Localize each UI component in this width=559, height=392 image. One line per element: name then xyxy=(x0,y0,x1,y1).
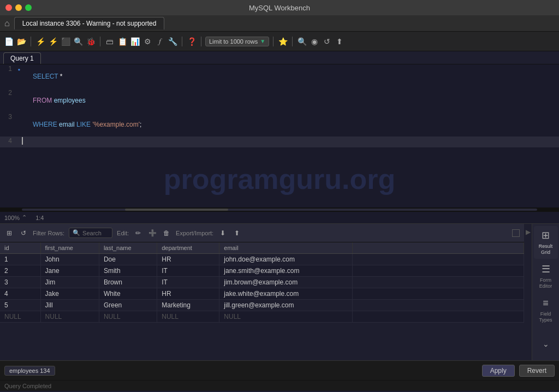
cell-5-2: NULL xyxy=(99,311,157,323)
col-header-department: department xyxy=(157,242,219,254)
field-types-panel-btn[interactable]: ≡ FieldTypes xyxy=(534,294,558,326)
table-row[interactable]: 5JillGreenMarketingjill.green@example.co… xyxy=(0,300,524,311)
cell-2-2: Brown xyxy=(99,277,157,288)
line-dot-1: ● xyxy=(16,67,22,72)
cell-0-4: john.doe@example.com xyxy=(219,254,353,265)
view-icon[interactable]: 📊 xyxy=(129,36,140,47)
toggle-icon[interactable]: ◉ xyxy=(309,36,320,47)
query-tab-1[interactable]: Query 1 xyxy=(3,52,41,64)
cell-4-3: Marketing xyxy=(157,300,219,311)
cell-5-0: NULL xyxy=(0,311,40,323)
line-code-4 xyxy=(22,137,559,145)
cell-3-2: White xyxy=(99,288,157,300)
toolbar-sep-6 xyxy=(292,37,293,46)
line-code-3: WHERE email LIKE '%example.com'; xyxy=(22,113,559,136)
import-icon[interactable]: ⬆ xyxy=(232,228,242,238)
table-row[interactable]: 2JaneSmithITjane.smith@example.com xyxy=(0,265,524,277)
down-arrow-panel-btn[interactable]: ⌄ xyxy=(534,328,558,360)
cell-4-2: Green xyxy=(99,300,157,311)
edit-label: Edit: xyxy=(117,230,129,236)
close-button[interactable] xyxy=(5,4,12,11)
result-grid-label: ResultGrid xyxy=(539,243,553,256)
cell-5-4: NULL xyxy=(219,311,353,323)
edit-add-icon[interactable]: ➕ xyxy=(147,228,157,238)
debug-icon[interactable]: 🐞 xyxy=(85,36,96,47)
line-code-1: SELECT * xyxy=(22,65,559,88)
search2-icon[interactable]: 🔍 xyxy=(296,36,307,47)
editor-footer: 100% ⌃ 1:4 xyxy=(0,212,559,224)
reset-icon[interactable]: ↺ xyxy=(322,36,332,47)
cell-2-1: Jim xyxy=(40,277,99,288)
grid-view-icon[interactable]: ⊞ xyxy=(4,228,14,238)
cell-3-4: jake.white@example.com xyxy=(219,288,353,300)
stop-icon[interactable]: ⬛ xyxy=(60,36,71,47)
data-table[interactable]: id first_name last_name department email… xyxy=(0,242,524,360)
result-panel: ⊞ ↺ Filter Rows: 🔍 Edit: ✏ ➕ 🗑 Export/Im… xyxy=(0,224,524,360)
filter-search-box[interactable]: 🔍 xyxy=(69,228,112,238)
form-editor-panel-btn[interactable]: ☰ FormEditor xyxy=(534,260,558,293)
revert-button[interactable]: Revert xyxy=(519,365,555,377)
maximize-button[interactable] xyxy=(25,4,32,11)
result-grid-panel-btn[interactable]: ⊞ ResultGrid xyxy=(534,226,558,259)
new-file-icon[interactable]: 📄 xyxy=(3,36,14,47)
field-types-label: FieldTypes xyxy=(539,311,552,323)
home-icon[interactable]: ⌂ xyxy=(4,19,10,28)
zoom-value: 100% xyxy=(4,215,20,221)
cell-4-extra xyxy=(352,300,524,311)
menu-bar: ⌂ Local instance 3306 - Warning - not su… xyxy=(0,15,559,32)
cell-2-0: 3 xyxy=(0,277,40,288)
proc-icon[interactable]: ⚙ xyxy=(142,36,153,47)
watermark: programguru.org xyxy=(164,163,396,195)
export-icon[interactable]: ⬆ xyxy=(334,36,345,47)
refresh-icon[interactable]: ↺ xyxy=(19,228,28,238)
table-row[interactable]: 3JimBrownITjim.brown@example.com xyxy=(0,277,524,288)
minimize-button[interactable] xyxy=(15,4,22,11)
cell-1-3: IT xyxy=(157,265,219,277)
toolbar-sep-1 xyxy=(31,37,31,46)
form-editor-icon: ☰ xyxy=(542,263,550,275)
cell-3-extra xyxy=(352,288,524,300)
limit-dropdown[interactable]: Limit to 1000 rows ▼ xyxy=(205,37,269,46)
run-icon[interactable]: ⚡ xyxy=(35,36,46,47)
line-number-2: 2 xyxy=(0,89,16,97)
schema-icon[interactable]: 🔧 xyxy=(167,36,178,47)
export-label: Export/Import: xyxy=(176,230,213,236)
apply-button[interactable]: Apply xyxy=(482,365,515,377)
table-icon[interactable]: 🗃 xyxy=(104,36,115,47)
edit-del-icon[interactable]: 🗑 xyxy=(162,228,171,238)
table-row[interactable]: 4JakeWhiteHRjake.white@example.com xyxy=(0,288,524,300)
right-panel-toggle[interactable]: ▶ xyxy=(524,224,532,360)
query-tab-strip: Query 1 xyxy=(0,51,559,64)
help-icon[interactable]: ❓ xyxy=(186,36,197,47)
bookmark-icon[interactable]: ⭐ xyxy=(277,36,288,47)
column-icon[interactable]: 📋 xyxy=(117,36,128,47)
open-icon[interactable]: 📂 xyxy=(16,36,27,47)
filter-input[interactable] xyxy=(82,230,110,236)
cell-3-3: HR xyxy=(157,288,219,300)
edit-pencil-icon[interactable]: ✏ xyxy=(133,228,143,238)
toolbar-sep-5 xyxy=(273,37,273,46)
sql-line-4: 4 xyxy=(0,136,559,147)
sql-line-2: 2 FROM employees xyxy=(0,88,559,112)
result-table: id first_name last_name department email… xyxy=(0,242,524,323)
table-badge: employees 134 xyxy=(4,366,55,376)
cell-2-3: IT xyxy=(157,277,219,288)
down-arrow-icon: ⌄ xyxy=(543,340,549,348)
line-number-1: 1 xyxy=(0,65,16,73)
line-number-3: 3 xyxy=(0,113,16,121)
cell-4-4: jill.green@example.com xyxy=(219,300,353,311)
connection-tab[interactable]: Local instance 3306 - Warning - not supp… xyxy=(14,17,165,29)
inspect-icon[interactable]: 🔍 xyxy=(73,36,84,47)
run-current-icon[interactable]: ⚡ xyxy=(47,36,58,47)
zoom-control[interactable]: 100% ⌃ xyxy=(4,214,27,221)
table-row[interactable]: NULLNULLNULLNULLNULL xyxy=(0,311,524,323)
limit-arrow-icon: ▼ xyxy=(260,38,265,44)
export-icon[interactable]: ⬇ xyxy=(218,228,228,238)
wrap-checkbox[interactable] xyxy=(512,229,520,237)
func-icon[interactable]: 𝑓 xyxy=(154,36,165,47)
table-row[interactable]: 1JohnDoeHRjohn.doe@example.com xyxy=(0,254,524,265)
results-area: ⊞ ↺ Filter Rows: 🔍 Edit: ✏ ➕ 🗑 Export/Im… xyxy=(0,224,559,360)
app-title: MySQL Workbench xyxy=(249,4,310,12)
line-number-4: 4 xyxy=(0,137,16,145)
sql-editor[interactable]: 1 ● SELECT * 2 FROM employees 3 WHERE em… xyxy=(0,64,559,212)
